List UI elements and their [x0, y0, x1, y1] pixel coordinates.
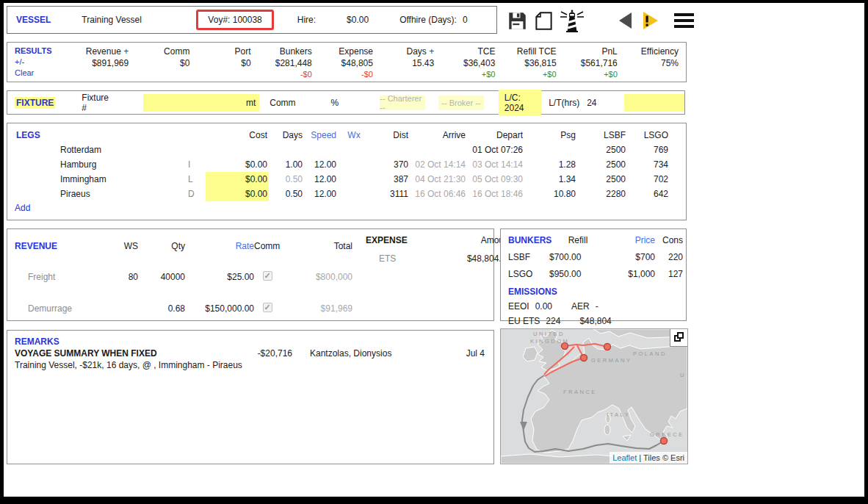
results-plusminus-link[interactable]: +/-: [15, 57, 68, 68]
map-label-poland: POLAND: [633, 350, 667, 357]
map-marker[interactable]: [661, 438, 668, 444]
col-label: Efficiency: [618, 46, 679, 57]
lsbf-refill[interactable]: $700.00: [549, 252, 607, 262]
leg-cost: [206, 148, 269, 152]
ets-label: ETS: [366, 253, 426, 264]
lighthouse-icon[interactable]: [559, 9, 585, 32]
leg-lsbf[interactable]: 2280: [577, 187, 627, 201]
leg-depart[interactable]: 01 Oct 07:26: [467, 143, 524, 157]
aer-label: AER: [571, 301, 590, 312]
leg-days[interactable]: 0.50: [269, 187, 304, 201]
leg-lsbf[interactable]: 2500: [577, 157, 627, 172]
leaflet-link[interactable]: Leaflet: [612, 453, 637, 462]
leg-depart: 16 Oct 18:46: [467, 187, 524, 201]
fixture-quantity-input[interactable]: mt: [143, 94, 259, 112]
lsgo-cons: 127: [655, 269, 683, 279]
back-icon[interactable]: [619, 12, 632, 29]
freight-ws[interactable]: 80: [107, 272, 138, 282]
leg-lsbf[interactable]: 2500: [577, 172, 627, 187]
legs-title: LEGS: [15, 128, 187, 143]
remark-entry[interactable]: VOYAGE SUMMARY WHEN FIXED -$20,716 Kantz…: [15, 348, 485, 359]
leg-days[interactable]: 1.00: [269, 157, 304, 172]
new-document-icon[interactable]: [535, 11, 553, 31]
lsgo-refill[interactable]: $950.00: [549, 269, 607, 279]
legs-header-dist: Dist: [370, 128, 410, 143]
map-expand-button[interactable]: [670, 329, 687, 347]
revenue-header-comm: Comm: [254, 241, 281, 251]
leg-lsgo[interactable]: 702: [627, 172, 670, 187]
col-delta: +$0: [557, 69, 618, 80]
leg-speed: [304, 148, 338, 152]
results-clear-link[interactable]: Clear: [15, 68, 68, 79]
fixture-number-label: Fixture #: [82, 93, 109, 113]
legs-header-lsgo: LSGO: [627, 128, 670, 143]
bunkers-header-price[interactable]: Price: [607, 235, 655, 245]
demurrage-qty[interactable]: 0.68: [138, 303, 185, 314]
map-label-italy: ITALY: [607, 411, 630, 418]
results-panel: RESULTS +/- Clear Revenue + $891,969 Com…: [7, 42, 687, 82]
leg-lsgo[interactable]: 734: [627, 157, 670, 172]
vessel-name-field[interactable]: Training Vessel: [82, 15, 192, 25]
vessel-section-link[interactable]: VESSEL: [16, 15, 51, 25]
bunkers-panel: BUNKERS Refill Price Cons LSBF $700.00 $…: [500, 228, 687, 321]
legs-header-speed[interactable]: Speed: [304, 128, 338, 143]
leg-port-link[interactable]: Hamburg: [15, 157, 187, 172]
leg-cost[interactable]: $0.00: [206, 172, 269, 187]
remark-entry-amount: -$20,716: [222, 348, 292, 359]
route-map[interactable]: UNITED KINGDOM POLAND GERMANY FRANCE ITA…: [500, 328, 688, 464]
lsbf-price[interactable]: $700: [607, 252, 655, 262]
legs-header-wx[interactable]: Wx: [338, 128, 370, 143]
leg-speed[interactable]: 12.00: [304, 172, 338, 187]
expense-title: EXPENSE: [366, 235, 426, 245]
col-plus[interactable]: +: [123, 46, 129, 57]
leg-cost[interactable]: $0.00: [206, 187, 269, 201]
freight-qty[interactable]: 40000: [138, 272, 185, 282]
leg-speed[interactable]: 12.00: [304, 187, 338, 201]
remarks-panel: REMARKS VOYAGE SUMMARY WHEN FIXED -$20,7…: [7, 330, 494, 464]
results-col-efficiency: Efficiency 75%: [618, 46, 679, 82]
lsgo-price[interactable]: $1,000: [607, 269, 655, 279]
ets-amount[interactable]: $48,804.50: [426, 253, 511, 264]
laycan-field[interactable]: L/C: 2024: [499, 90, 541, 116]
leg-days[interactable]: 0.50: [269, 172, 304, 187]
leg-lsgo[interactable]: 642: [627, 187, 670, 201]
map-marker[interactable]: [581, 355, 587, 361]
leg-cost[interactable]: $0.00: [206, 157, 269, 172]
demurrage-comm-checkbox[interactable]: [263, 303, 272, 312]
save-icon[interactable]: [507, 11, 527, 31]
offhire-value[interactable]: 0: [463, 15, 468, 25]
fixture-title: FIXTURE: [15, 97, 55, 109]
laytime-value[interactable]: 24: [587, 98, 596, 108]
attribution-text: Tiles © Esri: [643, 453, 684, 462]
freight-comm-checkbox[interactable]: [263, 271, 272, 281]
leg-port-link[interactable]: Piraeus: [15, 187, 187, 201]
col-value: $36,403: [434, 57, 495, 69]
legs-header-days: Days: [269, 128, 304, 143]
broker-select[interactable]: -- Broker --: [438, 96, 484, 110]
col-plus[interactable]: +: [429, 46, 434, 57]
freight-rate[interactable]: $25.00: [185, 272, 254, 282]
voyage-number-field[interactable]: Voy#: 100038: [196, 10, 273, 30]
leg-lsbf[interactable]: 2500: [577, 143, 627, 157]
demurrage-rate[interactable]: $150,000.00: [185, 303, 254, 314]
col-value: 75%: [618, 57, 679, 69]
leg-port-link[interactable]: Immingham: [15, 172, 187, 187]
add-leg-link[interactable]: Add: [15, 203, 686, 213]
menu-icon[interactable]: [674, 13, 694, 28]
leg-port-link[interactable]: Rotterdam: [15, 143, 187, 157]
leg-psg: [524, 148, 577, 152]
col-value: $0: [189, 57, 250, 69]
hire-value[interactable]: $0.00: [347, 15, 369, 25]
leg-speed[interactable]: 12.00: [304, 157, 338, 172]
fixture-extra-input[interactable]: [624, 94, 684, 112]
map-marker[interactable]: [604, 344, 611, 350]
freight-label: Freight: [15, 272, 107, 282]
legs-panel: LEGS Cost Days Speed Wx Dist Arrive Depa…: [7, 123, 687, 220]
revenue-header-rate[interactable]: Rate: [185, 241, 254, 251]
alert-icon[interactable]: [642, 11, 659, 30]
leg-lsgo[interactable]: 769: [627, 143, 670, 157]
leg-psg: 1.34: [524, 172, 577, 187]
leg-arrive: 16 Oct 06:46: [410, 187, 467, 201]
charterer-select[interactable]: -- Charterer --: [380, 96, 425, 110]
revenue-title: REVENUE: [15, 241, 107, 251]
